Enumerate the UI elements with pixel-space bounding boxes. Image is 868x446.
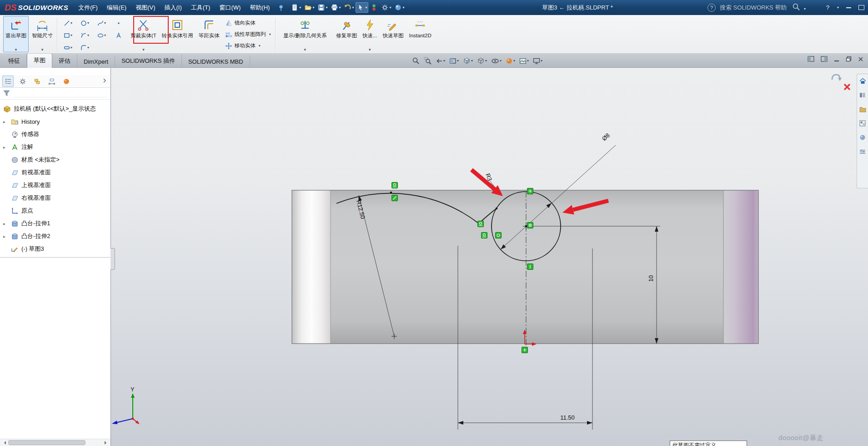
menu-insert[interactable]: 插入(I) <box>160 0 186 15</box>
exit-sketch-button[interactable]: 退出草图 <box>3 16 29 52</box>
tree-filter[interactable] <box>0 88 110 100</box>
dimxpertmanager-tab[interactable] <box>46 76 57 87</box>
featuremanager-tab[interactable] <box>2 76 14 87</box>
view-palette-icon[interactable] <box>859 120 866 128</box>
maximize-icon[interactable] <box>858 5 864 10</box>
rapid-sketch-button[interactable]: 快速草图 <box>380 16 406 52</box>
tree-item-top-plane[interactable]: 上视基准面 <box>0 179 110 192</box>
tile-pane-right-icon[interactable] <box>821 56 828 64</box>
rebuild-button[interactable] <box>369 2 379 13</box>
menu-help[interactable]: 帮助(H) <box>245 0 274 15</box>
minimize-icon[interactable] <box>846 7 851 8</box>
display-style-icon[interactable] <box>476 55 488 66</box>
menu-tools[interactable]: 工具(T) <box>186 0 215 15</box>
section-view-icon[interactable] <box>448 55 460 66</box>
search-scope-caret[interactable] <box>803 4 806 12</box>
appearances-scenes-icon[interactable] <box>859 134 866 142</box>
apply-scene-icon[interactable] <box>518 55 530 66</box>
search-input[interactable] <box>719 4 789 11</box>
tab-mbd[interactable]: SOLIDWORKS MBD <box>182 56 250 67</box>
menu-view[interactable]: 视图(V) <box>131 0 160 15</box>
fillet-tool-button[interactable] <box>76 41 93 54</box>
resources-home-icon[interactable] <box>859 78 866 86</box>
move-entities-button[interactable]: 移动实体 <box>225 40 271 51</box>
doc-close-icon[interactable] <box>858 56 863 64</box>
design-library-icon[interactable] <box>859 92 866 100</box>
tree-item-origin[interactable]: 原点 <box>0 204 110 217</box>
view-orientation-icon[interactable] <box>462 55 474 66</box>
point-tool-button[interactable] <box>110 17 127 29</box>
tile-pane-left-icon[interactable] <box>808 56 814 64</box>
instant2d-button[interactable]: Instant2D <box>406 16 433 52</box>
repair-sketch-button[interactable]: 修复草图 <box>334 16 359 52</box>
tree-item-history[interactable]: History <box>0 115 110 128</box>
quick-snaps-button[interactable]: 快速... <box>360 16 380 52</box>
mirror-entities-button[interactable]: 镜向实体 <box>225 17 271 29</box>
tree-item-sketch3[interactable]: (-) 草图3 <box>0 243 110 255</box>
menu-edit[interactable]: 编辑(E) <box>102 0 131 15</box>
select-tool-button[interactable] <box>356 2 368 13</box>
graphics-viewport[interactable] <box>0 68 868 446</box>
smart-dimension-button[interactable]: 智能尺寸 <box>30 16 55 52</box>
exit-sketch-confirm-icon[interactable] <box>830 77 842 85</box>
open-document-button[interactable] <box>303 2 316 13</box>
linear-sketch-pattern-button[interactable]: 线性草图阵列 <box>225 29 271 40</box>
menu-pin-icon[interactable] <box>278 4 284 11</box>
configurationmanager-tab[interactable] <box>31 76 43 87</box>
file-explorer-icon[interactable] <box>859 106 866 114</box>
scrollbar-thumb[interactable] <box>8 440 85 445</box>
tree-item-boss-extrude1[interactable]: 凸台-拉伸1 <box>0 217 110 230</box>
zoom-fit-icon[interactable] <box>411 55 421 66</box>
tab-evaluate[interactable]: 评估 <box>52 54 77 67</box>
rectangle-tool-button[interactable] <box>60 29 76 41</box>
scroll-left-icon[interactable] <box>2 441 6 445</box>
tab-addins[interactable]: SOLIDWORKS 插件 <box>115 54 182 67</box>
tree-item-annotations[interactable]: 注解 <box>0 141 110 153</box>
tree-item-sensors[interactable]: 传感器 <box>0 128 110 141</box>
options-button[interactable] <box>380 2 392 13</box>
line-tool-button[interactable] <box>60 17 76 29</box>
new-document-button[interactable] <box>290 2 302 13</box>
search-icon[interactable] <box>792 3 800 13</box>
circle-tool-button[interactable] <box>76 17 93 29</box>
view-settings-icon[interactable] <box>532 55 544 66</box>
print-button[interactable] <box>329 2 342 13</box>
displaymanager-tab[interactable] <box>60 76 72 87</box>
undo-button[interactable] <box>342 2 355 13</box>
propertymanager-tab[interactable] <box>17 76 28 87</box>
ellipse-tool-button[interactable] <box>93 29 110 41</box>
help-caret[interactable] <box>837 5 839 10</box>
slot-tool-button[interactable] <box>60 41 76 54</box>
tab-dimxpert[interactable]: DimXpert <box>77 56 115 67</box>
doc-restore-icon[interactable] <box>846 56 852 64</box>
menu-window[interactable]: 窗口(W) <box>215 0 245 15</box>
hide-show-icon[interactable] <box>490 55 503 66</box>
tab-features[interactable]: 特征 <box>2 54 27 67</box>
edit-appearance-icon[interactable] <box>504 55 517 66</box>
zoom-area-icon[interactable] <box>422 55 433 66</box>
menu-file[interactable]: 文件(F) <box>74 0 102 15</box>
tree-item-material[interactable]: 材质 <未指定> <box>0 153 110 166</box>
tree-item-boss-extrude2[interactable]: 凸台-拉伸2 <box>0 230 110 243</box>
offset-entities-button[interactable]: 等距实体 <box>196 16 222 52</box>
tree-horizontal-scrollbar[interactable] <box>0 439 110 446</box>
arc-tool-button[interactable] <box>76 29 93 41</box>
save-button[interactable] <box>316 2 329 13</box>
tree-item-front-plane[interactable]: 前视基准面 <box>0 166 110 179</box>
tree-item-right-plane[interactable]: 右视基准面 <box>0 192 110 204</box>
panel-expand-icon[interactable] <box>101 77 108 86</box>
doc-minimize-icon[interactable] <box>834 56 839 64</box>
appearance-button[interactable] <box>393 2 406 13</box>
custom-properties-icon[interactable] <box>859 148 866 157</box>
help-button[interactable]: ? <box>826 4 829 11</box>
convert-entities-button[interactable]: 转换实体引用 <box>160 16 196 52</box>
panel-splitter-handle[interactable] <box>110 248 115 270</box>
cancel-sketch-icon[interactable] <box>843 83 851 93</box>
scroll-right-icon[interactable] <box>105 441 108 445</box>
tab-sketch[interactable]: 草图 <box>27 53 52 68</box>
tree-root-part[interactable]: 拉机柄 (默认<<默认>_显示状态 <box>0 102 110 115</box>
spline-tool-button[interactable] <box>93 17 110 29</box>
display-delete-relations-button[interactable]: 显示/删除几何关系 <box>277 16 333 52</box>
text-tool-button[interactable] <box>110 29 127 41</box>
trim-entities-button[interactable]: 剪裁实体(T <box>128 16 159 52</box>
